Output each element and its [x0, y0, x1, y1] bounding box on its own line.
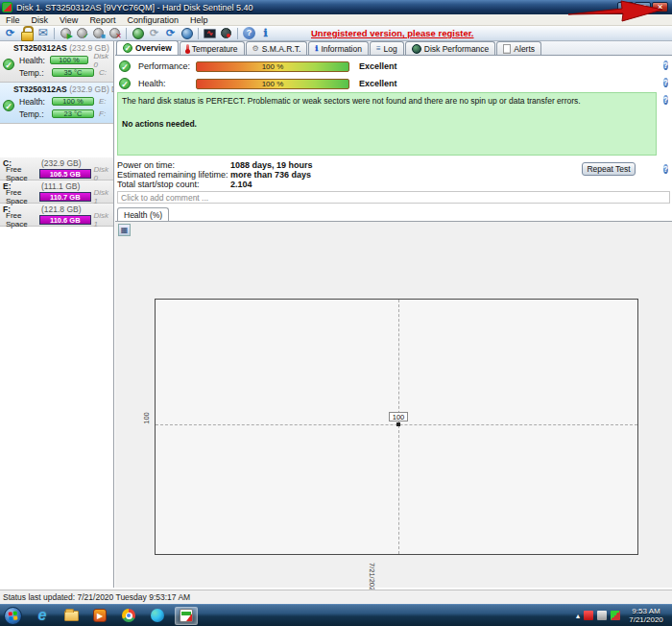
partition-f-free-label: Free Space [6, 211, 39, 229]
menu-disk[interactable]: Disk [26, 15, 55, 25]
tab-overview[interactable]: ✓ Overview [116, 40, 179, 55]
unregistered-link[interactable]: Unregistered version, please register. [311, 28, 474, 38]
partition-f[interactable]: F: (121.8 GB) Free Space 110.6 GB Disk 1 [0, 204, 113, 227]
taskbar-chrome[interactable] [117, 607, 140, 625]
repeat-test-help-icon[interactable]: ? [663, 164, 668, 174]
clock-date: 7/21/2020 [624, 615, 668, 624]
disk-0-model: ST3250312AS [13, 43, 67, 53]
menu-bar: File Disk View Report Configuration Help [0, 14, 672, 26]
partition-c-free-bar: 106.5 GB [39, 169, 91, 179]
minimize-button[interactable]: – [617, 2, 634, 12]
tray-network-icon[interactable] [597, 611, 607, 620]
health-help-icon[interactable]: ? [663, 78, 668, 87]
disk-1-temp-label: Temp.: [19, 109, 52, 119]
information-icon: ℹ [315, 45, 318, 53]
tab-health-percent[interactable]: Health (%) [117, 207, 169, 221]
partition-e-disk: Disk 1 [94, 188, 113, 205]
disk-test-icon-1[interactable]: ▶ [59, 26, 73, 40]
tab-alerts[interactable]: Alerts [496, 41, 541, 55]
status-help-icon[interactable]: ? [663, 95, 668, 105]
health-label: Health: [138, 79, 196, 88]
update-refresh-icon[interactable]: ⟳ [163, 26, 178, 40]
disk-1-health-label: Health: [19, 97, 52, 107]
remaining-lifetime-value: more than 736 days [230, 170, 311, 180]
maximize-button[interactable]: ▢ [635, 2, 651, 12]
menu-file[interactable]: File [0, 15, 26, 25]
disk-details: Power on time: 1088 days, 19 hours Estim… [117, 160, 313, 189]
health-meter: 100 % [196, 79, 349, 89]
disk-test-icon-3[interactable]: ■ [91, 26, 106, 40]
tab-alerts-label: Alerts [514, 44, 535, 54]
tray-alert-icon[interactable] [584, 611, 593, 620]
log-icon: ≡ [376, 45, 381, 53]
start-button[interactable] [4, 607, 22, 625]
disk-1-temp-bar: 23 °C [52, 109, 94, 118]
disk-1-size: (232.9 GB) [69, 84, 109, 94]
disk-sidebar: ST3250312AS (232.9 GB) ✓ Health: 100 % D… [0, 41, 114, 588]
tray-expand-icon[interactable]: ▴ [576, 612, 580, 620]
tab-information-label: Information [321, 44, 362, 54]
windows-taskbar: e ▶ ▴ 9:53 AM 7/21/2020 [0, 604, 672, 626]
tab-disk-performance[interactable]: Disk Performance [405, 41, 496, 55]
performance-monitor-icon[interactable]: ∿ [203, 26, 217, 40]
performance-help-icon[interactable]: ? [663, 60, 668, 70]
toolbar-separator [126, 28, 127, 39]
shutdown-disk-icon[interactable] [219, 26, 233, 40]
hdsentinel-icon [180, 609, 193, 622]
title-bar: Disk 1. ST3250312AS [9VYC76QM] - Hard Di… [0, 0, 672, 14]
close-button[interactable]: ✕ [652, 2, 668, 12]
taskbar-internet-explorer[interactable]: e [31, 607, 54, 625]
chart-gridline-vertical [398, 300, 399, 554]
info-icon[interactable]: ℹ [258, 26, 273, 40]
disk-1-drive-letter-e: E: [99, 97, 107, 106]
edge-icon [151, 609, 164, 622]
disk-0-drive-letter: C: [99, 68, 107, 77]
sidebar-disk-1-selected[interactable]: ST3250312AS (232.9 GB) Disk 1 ✓ Health: … [0, 83, 113, 124]
toolbar-separator [198, 28, 199, 39]
taskbar-edge[interactable] [146, 607, 169, 625]
disk-test-icon-2[interactable]: ✓ [75, 26, 89, 40]
refresh-icon[interactable]: ⟳ [3, 26, 17, 40]
tray-hdsentinel-icon[interactable] [611, 611, 620, 620]
power-on-time-label: Power on time: [117, 160, 230, 170]
taskbar-hdsentinel-active[interactable] [175, 607, 198, 625]
chart-tool-icon[interactable]: ▦ [118, 224, 131, 236]
health-ok-icon: ✓ [119, 78, 131, 89]
menu-view[interactable]: View [54, 15, 84, 25]
lock-icon[interactable] [19, 26, 34, 40]
taskbar-media-player[interactable]: ▶ [88, 607, 111, 625]
taskbar-clock[interactable]: 9:53 AM 7/21/2020 [624, 607, 668, 624]
partition-e-free-bar: 110.7 GB [39, 192, 91, 202]
health-chart-plot: 100 [155, 299, 638, 555]
tab-smart[interactable]: ⚙ S.M.A.R.T. [246, 41, 308, 55]
disk-0-ok-icon: ✓ [3, 59, 14, 70]
tab-temperature[interactable]: Temperature [180, 41, 245, 55]
sidebar-disk-0[interactable]: ST3250312AS (232.9 GB) ✓ Health: 100 % D… [0, 41, 113, 83]
report-mail-icon[interactable]: ✉ [36, 26, 50, 40]
tab-disk-performance-label: Disk Performance [424, 44, 490, 54]
partition-e[interactable]: E: (111.1 GB) Free Space 110.7 GB Disk 1 [0, 181, 113, 204]
network-globe-icon[interactable] [180, 26, 194, 40]
alerts-page-icon [503, 44, 511, 54]
tab-information[interactable]: ℹ Information [308, 41, 369, 55]
menu-help[interactable]: Help [184, 15, 214, 25]
repeat-test-button[interactable]: Repeat Test [582, 162, 636, 176]
help-icon[interactable]: ? [242, 26, 256, 40]
performance-rating: Excellent [359, 61, 397, 71]
tab-smart-label: S.M.A.R.T. [262, 44, 301, 54]
performance-label: Performance: [138, 61, 196, 71]
menu-report[interactable]: Report [84, 15, 121, 25]
taskbar-file-explorer[interactable] [60, 607, 83, 625]
performance-meter: 100 % [196, 61, 349, 72]
comment-input[interactable] [117, 191, 670, 204]
sync-disabled-icon[interactable]: ⟳ [147, 26, 161, 40]
menu-configuration[interactable]: Configuration [121, 15, 184, 25]
partition-c-disk: Disk 0 [94, 165, 113, 182]
health-row: ✓ Health: 100 % Excellent [119, 77, 397, 90]
toolbar-separator [237, 28, 238, 39]
disk-test-icon-4[interactable]: ✕ [108, 26, 122, 40]
web-globe-icon[interactable] [131, 26, 145, 40]
partition-c[interactable]: C: (232.9 GB) Free Space 106.5 GB Disk 0 [0, 157, 113, 181]
disk-1-ok-icon: ✓ [3, 100, 14, 111]
tab-log[interactable]: ≡ Log [370, 41, 404, 55]
